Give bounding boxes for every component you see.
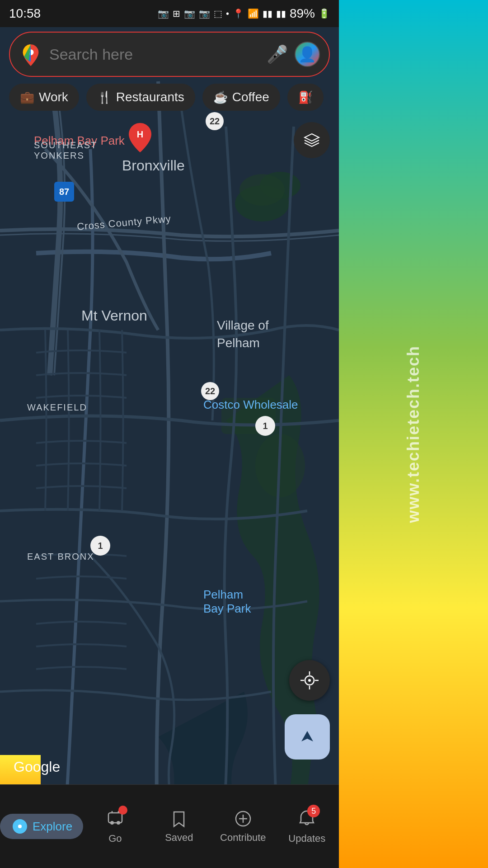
nav-explore[interactable]: Explore [0,814,83,839]
contribute-label: Contribute [220,832,266,844]
wifi-icon: 📶 [248,8,259,19]
signal1-icon: ▮▮ [263,8,272,19]
coffee-icon: ☕ [213,90,228,104]
google-maps-logo [19,42,42,66]
battery-text: 89% [290,6,315,21]
bottom-navigation: Explore Go Saved [0,784,339,868]
updates-badge: 5 [307,805,320,817]
svg-point-17 [110,821,114,825]
road-badge-1-south: 1 [90,536,110,556]
nav-saved[interactable]: Saved [147,809,211,844]
go-badge [118,806,127,815]
camera2-icon: 📷 [199,8,210,19]
svg-point-3 [239,174,285,206]
chip-coffee-label: Coffee [232,90,269,104]
status-time: 10:58 [9,6,41,21]
nav-contribute[interactable]: Contribute [211,809,275,844]
saved-label: Saved [165,832,193,844]
chip-restaurants-label: Restaurants [116,90,184,104]
gas-icon: ⛽ [298,90,313,104]
instagram-icon: 📷 [184,8,195,19]
saved-icon [169,809,188,828]
google-watermark: Google [14,759,60,775]
go-label: Go [108,833,122,844]
location-target-icon [300,670,319,690]
svg-point-15 [18,825,22,828]
layer-icon [302,130,322,150]
svg-text:H: H [137,129,143,139]
svg-point-18 [117,821,120,825]
updates-label: Updates [288,833,325,844]
side-decoration: www.techietech.tech [339,0,488,868]
work-icon: 💼 [20,90,34,104]
road-badge-22-mid: 22 [201,382,219,400]
svg-point-9 [308,679,311,682]
microphone-icon[interactable]: 🎤 [267,44,288,64]
chip-gas[interactable]: ⛽ [287,84,324,111]
chip-work-label: Work [39,90,68,104]
road-badge-87: 87 [54,182,74,202]
explore-icon [11,817,29,835]
nav-updates[interactable]: 5 Updates [275,808,339,844]
location-button[interactable] [289,660,330,701]
user-avatar[interactable]: 👤 [295,42,320,67]
contribute-icon [234,809,253,828]
road-badge-22-top: 22 [206,112,224,130]
battery-icon: 🔋 [319,8,330,19]
chip-restaurants[interactable]: 🍴 Restaurants [86,84,195,111]
explore-label: Explore [33,820,72,834]
grid-icon: ⊞ [173,8,180,19]
location-status-icon: 📍 [233,8,244,19]
signal2-icon: ▮▮ [276,8,286,19]
category-chips: 💼 Work 🍴 Restaurants ☕ Coffee ⛽ [9,84,334,111]
map-container[interactable]: 10:58 📷 ⊞ 📷 📷 ⬚ • 📍 📶 ▮▮ ▮▮ 89% 🔋 🎤 [0,0,339,868]
status-icons: 📷 ⊞ 📷 📷 ⬚ • 📍 📶 ▮▮ ▮▮ 89% 🔋 [158,6,330,21]
scan-icon: ⬚ [214,8,222,19]
road-badge-1: 1 [255,416,275,436]
search-bar[interactable]: 🎤 👤 [9,32,330,77]
svg-rect-16 [108,813,122,823]
camera-icon: 📷 [158,8,169,19]
nav-go[interactable]: Go [83,808,147,844]
dot-indicator: • [226,9,229,19]
layer-button[interactable] [294,122,330,158]
watermark-text: www.techietech.tech [404,345,423,523]
search-input[interactable] [49,46,260,63]
hospital-pin[interactable]: H [129,123,151,154]
navigation-arrow-icon [296,726,319,748]
chip-work[interactable]: 💼 Work [9,84,79,111]
chip-coffee[interactable]: ☕ Coffee [202,84,280,111]
navigate-button[interactable] [285,714,330,760]
restaurants-icon: 🍴 [97,90,112,104]
status-bar: 10:58 📷 ⊞ 📷 📷 ⬚ • 📍 📶 ▮▮ ▮▮ 89% 🔋 [0,0,339,27]
